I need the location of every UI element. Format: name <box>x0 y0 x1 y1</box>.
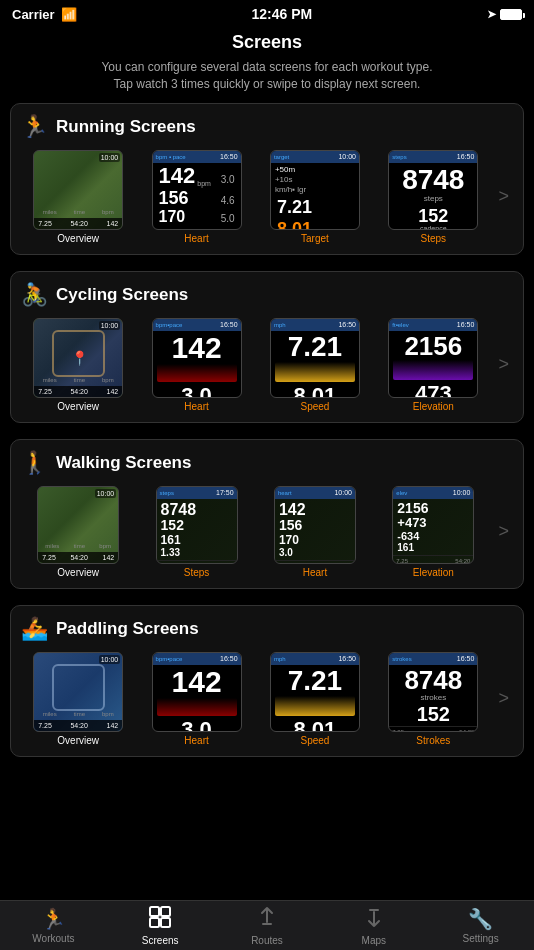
walking-more-arrow[interactable]: > <box>494 521 513 542</box>
walking-steps-card[interactable]: steps 17:50 8748 152 161 1.33 7.2554:20 <box>139 486 253 578</box>
paddling-strokes-card[interactable]: strokes 16:50 8748 strokes 152 7.2554:20… <box>376 652 490 746</box>
cycling-heart-card[interactable]: bpm▪pace 16:50 142 3.0 7.2554:20 Heart <box>139 318 253 412</box>
paddling-section: 🚣 Paddling Screens 10:00 7.2554:20142 <box>10 605 524 757</box>
running-steps-thumb: steps 16:50 8748 steps 152 cadence 7.255… <box>388 150 478 230</box>
workouts-label: Workouts <box>32 933 74 944</box>
tab-bar: 🏃 Workouts Screens Routes <box>0 900 534 950</box>
walking-overview-card[interactable]: 10:00 7.2554:20142 milestimebpm Overview <box>21 486 135 578</box>
running-screens-row: 10:00 7.2554:20142 milestimebpm Overview <box>21 150 513 244</box>
status-left: Carrier 📶 <box>12 7 77 22</box>
wifi-icon: 📶 <box>61 7 77 22</box>
paddling-speed-card[interactable]: mph 16:50 7.21 8.01 7.2554:20 Speed <box>258 652 372 746</box>
workouts-icon: 🏃 <box>41 907 66 931</box>
screens-label: Screens <box>142 935 179 946</box>
walking-elevation-card[interactable]: elev 10:00 2156 +473 -634 161 7.2554:20 <box>376 486 490 578</box>
cycling-elevation-label: Elevation <box>413 401 454 412</box>
tab-routes[interactable]: Routes <box>214 902 321 950</box>
cycling-heart-label: Heart <box>184 401 208 412</box>
maps-icon <box>364 906 384 933</box>
battery-icon <box>500 9 522 20</box>
carrier-label: Carrier <box>12 7 55 22</box>
routes-icon <box>257 906 277 933</box>
walking-heart-label: Heart <box>303 567 327 578</box>
tab-screens[interactable]: Screens <box>107 902 214 950</box>
walking-title: Walking Screens <box>56 453 191 473</box>
cycling-speed-label: Speed <box>300 401 329 412</box>
svg-rect-2 <box>150 918 159 927</box>
running-header: 🏃 Running Screens <box>21 114 513 140</box>
paddling-heart-thumb: bpm▪pace 16:50 142 3.0 7.2554:20 <box>152 652 242 732</box>
svg-rect-0 <box>150 907 159 916</box>
walking-elevation-label: Elevation <box>413 567 454 578</box>
svg-rect-1 <box>161 907 170 916</box>
tab-maps[interactable]: Maps <box>320 902 427 950</box>
paddling-title: Paddling Screens <box>56 619 199 639</box>
walking-heart-thumb: heart 10:00 142 156 170 3.0 7.2554:20 <box>274 486 356 564</box>
walking-steps-thumb: steps 17:50 8748 152 161 1.33 7.2554:20 <box>156 486 238 564</box>
paddling-overview-label: Overview <box>57 735 99 746</box>
running-section: 🏃 Running Screens 10:00 7.2554:20142 mil… <box>10 103 524 255</box>
running-overview-thumb: 10:00 7.2554:20142 milestimebpm <box>33 150 123 230</box>
paddling-icon: 🚣 <box>21 616 48 642</box>
walking-overview-thumb: 10:00 7.2554:20142 milestimebpm <box>37 486 119 564</box>
cycling-overview-card[interactable]: 10:00 📍 7.2554:20142 milestimebpm Overvi… <box>21 318 135 412</box>
walking-header: 🚶 Walking Screens <box>21 450 513 476</box>
running-steps-card[interactable]: steps 16:50 8748 steps 152 cadence 7.255… <box>376 150 490 244</box>
paddling-screens-list: 10:00 7.2554:20142 milestimebpm Overview <box>21 652 490 746</box>
paddling-speed-label: Speed <box>300 735 329 746</box>
page-subtitle: You can configure several data screens f… <box>0 59 534 103</box>
paddling-strokes-label: Strokes <box>416 735 450 746</box>
cycling-title: Cycling Screens <box>56 285 188 305</box>
cycling-section: 🚴 Cycling Screens 10:00 📍 7.2554:20142 <box>10 271 524 423</box>
tab-workouts[interactable]: 🏃 Workouts <box>0 903 107 948</box>
paddling-heart-label: Heart <box>184 735 208 746</box>
status-time: 12:46 PM <box>251 6 312 22</box>
tab-settings[interactable]: 🔧 Settings <box>427 903 534 948</box>
cycling-overview-thumb: 10:00 📍 7.2554:20142 milestimebpm <box>33 318 123 398</box>
running-steps-label: Steps <box>421 233 447 244</box>
running-heart-label: Heart <box>184 233 208 244</box>
paddling-more-arrow[interactable]: > <box>494 688 513 709</box>
walking-screens-list: 10:00 7.2554:20142 milestimebpm Overview <box>21 486 490 578</box>
running-target-thumb: target 10:00 +50m +10s km/h▪ lgr 7.21 8.… <box>270 150 360 230</box>
paddling-heart-card[interactable]: bpm▪pace 16:50 142 3.0 7.2554:20 Heart <box>139 652 253 746</box>
running-title: Running Screens <box>56 117 196 137</box>
running-screens-list: 10:00 7.2554:20142 milestimebpm Overview <box>21 150 490 244</box>
running-more-arrow[interactable]: > <box>494 186 513 207</box>
walking-elevation-thumb: elev 10:00 2156 +473 -634 161 7.2554:20 <box>392 486 474 564</box>
paddling-screens-row: 10:00 7.2554:20142 milestimebpm Overview <box>21 652 513 746</box>
running-target-label: Target <box>301 233 329 244</box>
walking-heart-card[interactable]: heart 10:00 142 156 170 3.0 7.2554:20 <box>258 486 372 578</box>
running-overview-label: Overview <box>57 233 99 244</box>
cycling-screens-list: 10:00 📍 7.2554:20142 milestimebpm Overvi… <box>21 318 490 412</box>
paddling-speed-thumb: mph 16:50 7.21 8.01 7.2554:20 <box>270 652 360 732</box>
cycling-header: 🚴 Cycling Screens <box>21 282 513 308</box>
walking-screens-row: 10:00 7.2554:20142 milestimebpm Overview <box>21 486 513 578</box>
routes-label: Routes <box>251 935 283 946</box>
cycling-more-arrow[interactable]: > <box>494 354 513 375</box>
running-heart-card[interactable]: bpm ▪ pace 16:50 142 bpm 3.0 <box>139 150 253 244</box>
walking-icon: 🚶 <box>21 450 48 476</box>
cycling-speed-thumb: mph 16:50 7.21 8.01 7.2554:20 <box>270 318 360 398</box>
paddling-overview-card[interactable]: 10:00 7.2554:20142 milestimebpm Overview <box>21 652 135 746</box>
cycling-elevation-card[interactable]: ft▪elev 16:50 2156 473 7.2554:20 Elevati… <box>376 318 490 412</box>
page-title: Screens <box>0 28 534 59</box>
walking-section: 🚶 Walking Screens 10:00 7.2554:20142 mil… <box>10 439 524 589</box>
running-overview-card[interactable]: 10:00 7.2554:20142 milestimebpm Overview <box>21 150 135 244</box>
running-target-card[interactable]: target 10:00 +50m +10s km/h▪ lgr 7.21 8.… <box>258 150 372 244</box>
location-icon: ➤ <box>487 8 496 21</box>
settings-icon: 🔧 <box>468 907 493 931</box>
svg-rect-3 <box>161 918 170 927</box>
walking-steps-label: Steps <box>184 567 210 578</box>
maps-label: Maps <box>362 935 386 946</box>
paddling-header: 🚣 Paddling Screens <box>21 616 513 642</box>
cycling-elevation-thumb: ft▪elev 16:50 2156 473 7.2554:20 <box>388 318 478 398</box>
cycling-speed-card[interactable]: mph 16:50 7.21 8.01 7.2554:20 Speed <box>258 318 372 412</box>
cycling-overview-label: Overview <box>57 401 99 412</box>
status-right: ➤ <box>487 8 522 21</box>
paddling-strokes-thumb: strokes 16:50 8748 strokes 152 7.2554:20 <box>388 652 478 732</box>
running-heart-thumb: bpm ▪ pace 16:50 142 bpm 3.0 <box>152 150 242 230</box>
settings-label: Settings <box>463 933 499 944</box>
cycling-screens-row: 10:00 📍 7.2554:20142 milestimebpm Overvi… <box>21 318 513 412</box>
scroll-content[interactable]: 🏃 Running Screens 10:00 7.2554:20142 mil… <box>0 103 534 905</box>
